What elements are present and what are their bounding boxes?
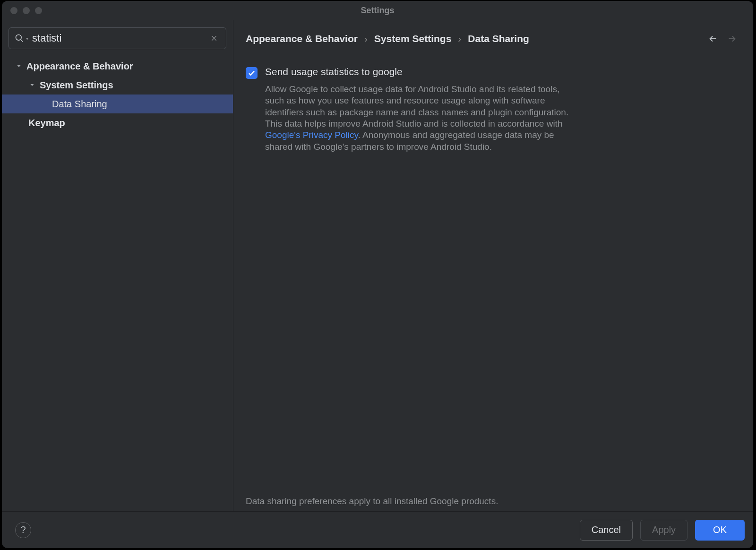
maximize-window-button[interactable] [35,7,42,14]
button-label: Apply [652,524,676,535]
search-options-caret-icon[interactable]: ▾ [26,36,28,41]
settings-tree: Appearance & Behavior System Settings Da… [2,55,233,511]
cancel-button[interactable]: Cancel [580,520,633,541]
nav-arrows [708,34,741,44]
search-box[interactable]: ▾ [9,27,226,49]
tree-label: Appearance & Behavior [26,61,133,72]
tree-item-data-sharing[interactable]: Data Sharing [2,95,233,113]
help-icon: ? [20,524,26,535]
main-panel: Appearance & Behavior › System Settings … [233,20,753,511]
tree-item-appearance-behavior[interactable]: Appearance & Behavior [2,57,233,76]
chevron-down-icon [28,81,36,89]
main-content: Send usage statistics to google Allow Go… [233,52,753,511]
sidebar: ▾ Appearance & Behavior System Settings [2,20,233,511]
breadcrumb-sep: › [364,33,368,44]
breadcrumb-part[interactable]: Appearance & Behavior [246,33,358,44]
apply-button: Apply [640,520,687,541]
help-button[interactable]: ? [15,522,31,538]
window-controls [10,7,42,14]
footer: ? Cancel Apply OK [2,511,753,548]
breadcrumb-part: Data Sharing [468,33,529,44]
button-label: Cancel [592,524,621,535]
setting-description: Allow Google to collect usage data for A… [265,84,572,153]
settings-body: ▾ Appearance & Behavior System Settings [2,20,753,511]
nav-back-button[interactable] [708,34,718,44]
tree-item-keymap[interactable]: Keymap [2,113,233,132]
button-label: OK [713,524,727,535]
titlebar: Settings [2,1,753,20]
ok-button[interactable]: OK [695,520,745,541]
search-input[interactable] [32,32,208,44]
tree-label: Data Sharing [52,99,107,110]
minimize-window-button[interactable] [23,7,30,14]
desc-text: Allow Google to collect usage data for A… [265,84,568,129]
svg-line-1 [21,40,23,42]
setting-row: Send usage statistics to google [246,66,741,79]
search-icon [15,34,24,43]
nav-forward-button [727,34,737,44]
settings-window: Settings ▾ Appearance & Be [2,1,753,548]
footnote: Data sharing preferences apply to all in… [246,487,741,507]
tree-label: System Settings [40,80,113,91]
tree-item-system-settings[interactable]: System Settings [2,76,233,95]
send-usage-stats-checkbox[interactable] [246,67,258,79]
main-header: Appearance & Behavior › System Settings … [233,20,753,52]
setting-label: Send usage statistics to google [265,66,403,77]
breadcrumb-part[interactable]: System Settings [374,33,451,44]
search-clear-button[interactable] [208,32,220,44]
svg-point-0 [16,35,22,41]
window-title: Settings [2,6,753,16]
close-window-button[interactable] [10,7,17,14]
breadcrumb: Appearance & Behavior › System Settings … [246,33,708,44]
tree-label: Keymap [28,118,65,129]
breadcrumb-sep: › [458,33,461,44]
chevron-down-icon [15,62,23,70]
privacy-policy-link[interactable]: Google's Privacy Policy [265,130,358,140]
